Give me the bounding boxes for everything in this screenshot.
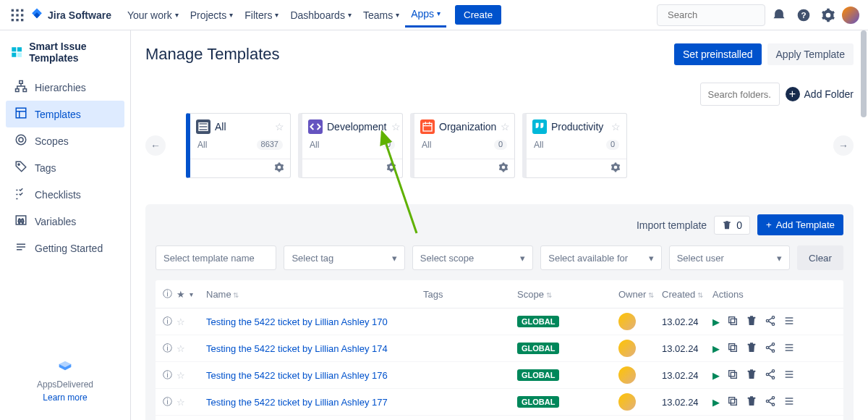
share-icon[interactable] [765, 395, 776, 409]
folders-scroll-left[interactable]: ← [145, 135, 166, 156]
svg-line-40 [768, 318, 772, 320]
folder-card-development[interactable]: Development☆All0 [298, 113, 403, 178]
info-icon[interactable]: ⓘ [163, 342, 172, 355]
play-icon[interactable]: ▶ [712, 397, 720, 408]
global-search[interactable] [657, 4, 765, 26]
star-icon[interactable]: ☆ [391, 121, 401, 133]
user-avatar[interactable] [842, 7, 859, 24]
gear-icon[interactable] [274, 162, 284, 175]
create-button[interactable]: Create [455, 5, 501, 25]
share-icon[interactable] [765, 315, 776, 329]
notifications-icon[interactable] [768, 4, 790, 26]
gear-icon[interactable] [386, 162, 396, 175]
svg-rect-44 [786, 323, 793, 324]
folders-scroll-right[interactable]: → [833, 135, 854, 156]
add-template-button[interactable]: + Add Template [757, 214, 843, 235]
import-template-link[interactable]: Import template [637, 219, 707, 231]
learn-more-link[interactable]: Learn more [3, 392, 127, 403]
more-icon[interactable] [783, 315, 795, 329]
copy-icon[interactable] [727, 395, 739, 409]
filter-template-name[interactable]: Select template name [156, 245, 276, 270]
owner-avatar[interactable] [618, 313, 636, 330]
more-icon[interactable] [783, 395, 795, 409]
help-icon[interactable]: ? [793, 4, 814, 26]
nav-teams[interactable]: Teams ▾ [357, 4, 405, 27]
trash-count[interactable]: 0 [714, 216, 750, 235]
apply-template-button[interactable]: Apply Template [767, 43, 854, 65]
play-icon[interactable]: ▶ [712, 316, 720, 327]
delete-icon[interactable] [746, 342, 757, 356]
chevron-down-icon: ▾ [348, 11, 352, 19]
tag-icon [14, 160, 27, 175]
star-icon[interactable]: ☆ [176, 343, 185, 354]
app-switcher-icon[interactable] [9, 7, 26, 24]
play-icon[interactable]: ▶ [712, 370, 720, 381]
filter-user[interactable]: Select user▾ [669, 245, 790, 270]
copy-icon[interactable] [727, 315, 739, 329]
col-scope[interactable]: Scope [517, 289, 618, 300]
sidebar-item-checklists[interactable]: Checklists [6, 181, 124, 208]
svg-line-60 [768, 371, 772, 374]
sidebar-item-variables[interactable]: {x}Variables [6, 208, 124, 235]
nav-your-work[interactable]: Your work ▾ [122, 4, 184, 27]
owner-avatar[interactable] [618, 340, 636, 357]
col-name[interactable]: Name [206, 289, 423, 300]
sidebar-item-templates[interactable]: Templates [6, 101, 124, 127]
filter-available-for[interactable]: Select available for▾ [540, 245, 661, 270]
star-icon[interactable]: ☆ [501, 121, 510, 133]
svg-rect-6 [12, 19, 14, 21]
star-icon[interactable]: ☆ [176, 397, 185, 408]
share-icon[interactable] [765, 369, 776, 382]
star-icon[interactable]: ☆ [275, 121, 284, 133]
more-icon[interactable] [783, 369, 795, 382]
settings-icon[interactable] [817, 4, 839, 26]
sidebar-item-scopes[interactable]: Scopes [6, 127, 124, 154]
template-name-link[interactable]: Testing the 5422 ticket by Lillian Ashle… [206, 370, 423, 381]
col-created[interactable]: Created [662, 289, 712, 300]
star-icon[interactable]: ☆ [611, 121, 621, 133]
info-icon[interactable]: ⓘ [163, 315, 172, 328]
share-icon[interactable] [765, 342, 776, 356]
owner-avatar[interactable] [618, 366, 636, 384]
copy-icon[interactable] [727, 342, 739, 356]
folder-card-all[interactable]: All☆All8637 [186, 113, 291, 178]
set-preinstalled-button[interactable]: Set preinstalled [674, 43, 762, 65]
svg-rect-29 [199, 129, 208, 131]
sidebar-item-tags[interactable]: Tags [6, 154, 124, 181]
folder-card-organization[interactable]: Organization☆All0 [410, 113, 515, 178]
copy-icon[interactable] [727, 369, 739, 382]
filter-scope[interactable]: Select scope▾ [412, 245, 533, 270]
star-icon[interactable]: ☆ [176, 370, 185, 381]
gear-icon[interactable] [610, 162, 621, 175]
nav-dashboards[interactable]: Dashboards ▾ [284, 4, 357, 27]
created-date: 13.02.24 [662, 316, 712, 327]
delete-icon[interactable] [746, 315, 757, 329]
add-folder-button[interactable]: + Add Folder [786, 87, 854, 101]
gear-icon[interactable] [498, 162, 509, 175]
sidebar-item-label: Checklists [35, 189, 81, 201]
search-folders-input[interactable] [700, 83, 780, 106]
sidebar-item-getting-started[interactable]: Getting Started [6, 235, 124, 261]
nav-apps[interactable]: Apps ▾ [405, 4, 446, 28]
info-icon[interactable]: ⓘ [163, 395, 172, 408]
nav-filters[interactable]: Filters ▾ [239, 4, 284, 27]
play-icon[interactable]: ▶ [712, 343, 720, 354]
template-name-link[interactable]: Testing the 5422 ticket by Lillian Ashle… [206, 316, 423, 327]
star-icon[interactable]: ☆ [176, 316, 185, 327]
clear-filters-button[interactable]: Clear [797, 245, 843, 270]
nav-projects[interactable]: Projects ▾ [184, 4, 239, 27]
folder-card-productivity[interactable]: Productivity☆All0 [522, 113, 627, 178]
col-owner[interactable]: Owner [618, 289, 662, 300]
template-panel: Import template 0 + Add Template Select … [145, 204, 854, 420]
info-icon[interactable]: ⓘ [163, 369, 172, 382]
delete-icon[interactable] [746, 369, 757, 382]
delete-icon[interactable] [746, 395, 757, 409]
more-icon[interactable] [783, 342, 795, 356]
product-logo[interactable]: Jira Software [29, 7, 111, 23]
template-name-link[interactable]: Testing the 5422 ticket by Lillian Ashle… [206, 343, 423, 354]
owner-avatar[interactable] [618, 393, 636, 411]
sidebar-item-hierarchies[interactable]: Hierarchies [6, 74, 124, 101]
template-name-link[interactable]: Testing the 5422 ticket by Lillian Ashle… [206, 397, 423, 408]
vertical-scrollbar[interactable] [861, 30, 867, 117]
filter-tag[interactable]: Select tag▾ [284, 245, 404, 270]
